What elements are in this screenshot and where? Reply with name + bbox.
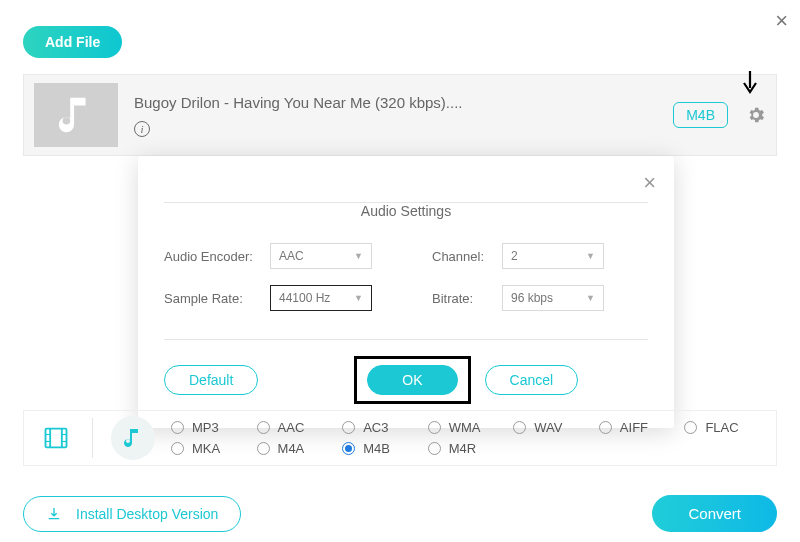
label-sample-rate: Sample Rate:: [164, 291, 270, 306]
modal-actions: Default OK Cancel: [164, 356, 648, 404]
label-encoder: Audio Encoder:: [164, 249, 270, 264]
radio-dot: [513, 421, 526, 434]
settings-grid: Audio Encoder: AAC▼ Channel: 2▼ Sample R…: [164, 243, 648, 311]
format-radio-aiff[interactable]: AIFF: [599, 420, 681, 435]
format-label: WAV: [534, 420, 562, 435]
install-label: Install Desktop Version: [76, 506, 218, 522]
music-note-icon: [53, 92, 99, 138]
format-label: M4B: [363, 441, 390, 456]
add-file-button[interactable]: Add File: [23, 26, 122, 58]
sample-rate-value: 44100 Hz: [279, 291, 330, 305]
radio-dot: [428, 421, 441, 434]
format-label: M4A: [278, 441, 305, 456]
format-label: FLAC: [705, 420, 738, 435]
channel-select[interactable]: 2▼: [502, 243, 604, 269]
format-radio-wav[interactable]: WAV: [513, 420, 595, 435]
encoder-value: AAC: [279, 249, 304, 263]
bottom-bar: Install Desktop Version Convert: [23, 495, 777, 532]
radio-dot: [257, 442, 270, 455]
format-label: AAC: [278, 420, 305, 435]
gear-icon[interactable]: [746, 105, 766, 125]
chevron-down-icon: ▼: [354, 251, 363, 261]
channel-value: 2: [511, 249, 518, 263]
format-radio-mka[interactable]: MKA: [171, 441, 253, 456]
video-mode-icon[interactable]: [34, 416, 78, 460]
chevron-down-icon: ▼: [354, 293, 363, 303]
film-icon: [42, 424, 70, 452]
cancel-button[interactable]: Cancel: [485, 365, 579, 395]
svg-rect-0: [46, 429, 67, 448]
chevron-down-icon: ▼: [586, 251, 595, 261]
radio-dot: [171, 442, 184, 455]
format-radio-m4a[interactable]: M4A: [257, 441, 339, 456]
modal-close-icon[interactable]: ×: [643, 170, 656, 196]
radio-dot: [684, 421, 697, 434]
format-label: MP3: [192, 420, 219, 435]
format-label: AIFF: [620, 420, 648, 435]
file-info: Bugoy Drilon - Having You Near Me (320 k…: [134, 94, 673, 137]
format-options: MP3AACAC3WMAWAVAIFFFLACMKAM4AM4BM4R: [171, 420, 766, 456]
radio-dot: [342, 421, 355, 434]
default-button[interactable]: Default: [164, 365, 258, 395]
convert-button[interactable]: Convert: [652, 495, 777, 532]
chevron-down-icon: ▼: [586, 293, 595, 303]
bitrate-value: 96 kbps: [511, 291, 553, 305]
radio-dot: [599, 421, 612, 434]
format-label: M4R: [449, 441, 476, 456]
format-radio-wma[interactable]: WMA: [428, 420, 510, 435]
format-radio-aac[interactable]: AAC: [257, 420, 339, 435]
format-radio-ac3[interactable]: AC3: [342, 420, 424, 435]
label-bitrate: Bitrate:: [432, 291, 502, 306]
music-icon: [121, 426, 145, 450]
format-radio-mp3[interactable]: MP3: [171, 420, 253, 435]
divider: [92, 418, 93, 458]
ok-highlight-frame: OK: [354, 356, 470, 404]
format-bar: MP3AACAC3WMAWAVAIFFFLACMKAM4AM4BM4R: [23, 410, 777, 466]
info-icon[interactable]: i: [134, 121, 150, 137]
install-desktop-button[interactable]: Install Desktop Version: [23, 496, 241, 532]
encoder-select[interactable]: AAC▼: [270, 243, 372, 269]
format-label: MKA: [192, 441, 220, 456]
close-icon[interactable]: ×: [775, 8, 788, 34]
file-title: Bugoy Drilon - Having You Near Me (320 k…: [134, 94, 673, 111]
format-label: AC3: [363, 420, 388, 435]
format-badge[interactable]: M4B: [673, 102, 728, 128]
download-icon: [46, 506, 62, 522]
format-label: WMA: [449, 420, 481, 435]
bitrate-select[interactable]: 96 kbps▼: [502, 285, 604, 311]
radio-dot: [342, 442, 355, 455]
ok-button[interactable]: OK: [367, 365, 457, 395]
arrow-down-icon: [742, 70, 758, 100]
audio-mode-icon[interactable]: [111, 416, 155, 460]
format-radio-m4b[interactable]: M4B: [342, 441, 424, 456]
radio-dot: [428, 442, 441, 455]
modal-title: Audio Settings: [164, 185, 648, 227]
file-row: Bugoy Drilon - Having You Near Me (320 k…: [23, 74, 777, 156]
sample-rate-select[interactable]: 44100 Hz▼: [270, 285, 372, 311]
format-radio-flac[interactable]: FLAC: [684, 420, 766, 435]
radio-dot: [171, 421, 184, 434]
radio-dot: [257, 421, 270, 434]
label-channel: Channel:: [432, 249, 502, 264]
file-thumbnail: [34, 83, 118, 147]
audio-settings-modal: × Audio Settings Audio Encoder: AAC▼ Cha…: [138, 156, 674, 428]
format-radio-m4r[interactable]: M4R: [428, 441, 510, 456]
